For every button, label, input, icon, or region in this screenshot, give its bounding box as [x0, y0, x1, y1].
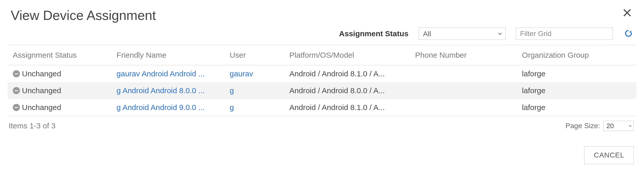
page-size-label: Page Size:	[566, 122, 600, 130]
status-cell: Unchanged	[13, 86, 109, 95]
org-group-cell: laforge	[517, 99, 636, 116]
assignment-status-select-wrap: All	[419, 28, 506, 40]
grid-footer: Items 1-3 of 3 Page Size: 20	[8, 116, 636, 131]
friendly-name-link[interactable]: g Android Android 8.0.0 ...	[116, 86, 205, 95]
page-size-select[interactable]: 20	[603, 121, 634, 131]
close-button[interactable]	[622, 7, 633, 19]
status-cell: Unchanged	[13, 103, 109, 112]
toolbar: Assignment Status All	[8, 28, 636, 45]
assignment-status-select[interactable]: All	[419, 28, 506, 40]
unchanged-icon	[13, 70, 20, 77]
friendly-name-link[interactable]: gaurav Android Android ...	[116, 69, 205, 78]
page-size-wrap: Page Size: 20	[566, 121, 634, 131]
org-group-cell: laforge	[517, 82, 636, 99]
platform-cell: Android / Android 8.1.0 / A...	[284, 99, 410, 116]
assignment-status-label: Assignment Status	[339, 29, 408, 38]
col-org-group[interactable]: Organization Group	[517, 45, 636, 65]
col-platform[interactable]: Platform/OS/Model	[284, 45, 410, 65]
phone-cell	[410, 65, 517, 82]
status-text: Unchanged	[22, 69, 61, 78]
phone-cell	[410, 82, 517, 99]
user-link[interactable]: g	[230, 103, 234, 112]
col-assignment-status[interactable]: Assignment Status	[8, 45, 111, 65]
filter-grid-input[interactable]	[516, 28, 613, 40]
refresh-icon	[624, 29, 633, 39]
unchanged-icon	[13, 104, 20, 111]
org-group-cell: laforge	[517, 65, 636, 82]
col-friendly-name[interactable]: Friendly Name	[111, 45, 225, 65]
table-row[interactable]: Unchanged g Android Android 8.0.0 ... g …	[8, 82, 636, 99]
table-row[interactable]: Unchanged g Android Android 9.0.0 ... g …	[8, 99, 636, 116]
friendly-name-link[interactable]: g Android Android 9.0.0 ...	[116, 103, 205, 112]
platform-cell: Android / Android 8.1.0 / A...	[284, 65, 410, 82]
header-row: Assignment Status Friendly Name User Pla…	[8, 45, 636, 65]
status-cell: Unchanged	[13, 69, 109, 78]
items-count: Items 1-3 of 3	[9, 122, 55, 130]
dialog-buttons: CANCEL	[8, 131, 636, 164]
col-user[interactable]: User	[225, 45, 284, 65]
cancel-button[interactable]: CANCEL	[584, 146, 634, 164]
refresh-button[interactable]	[623, 28, 634, 40]
phone-cell	[410, 99, 517, 116]
status-text: Unchanged	[22, 86, 61, 95]
view-device-assignment-dialog: View Device Assignment Assignment Status…	[0, 0, 644, 174]
dialog-title: View Device Assignment	[8, 8, 636, 23]
col-phone[interactable]: Phone Number	[410, 45, 517, 65]
user-link[interactable]: gaurav	[230, 69, 253, 78]
platform-cell: Android / Android 8.0.0 / A...	[284, 82, 410, 99]
status-text: Unchanged	[22, 103, 61, 112]
user-link[interactable]: g	[230, 86, 234, 95]
device-grid: Assignment Status Friendly Name User Pla…	[8, 45, 636, 116]
table-row[interactable]: Unchanged gaurav Android Android ... gau…	[8, 65, 636, 82]
unchanged-icon	[13, 87, 20, 94]
